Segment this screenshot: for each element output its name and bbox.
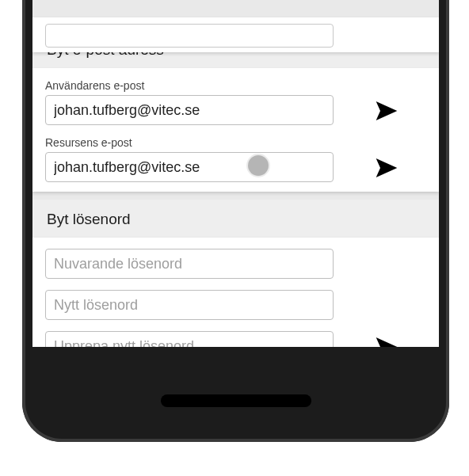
- resource-email-row: Resursens e-post: [45, 136, 426, 182]
- send-icon: [374, 334, 399, 347]
- repeat-password-input[interactable]: [45, 331, 334, 347]
- resource-email-input[interactable]: [45, 152, 334, 182]
- touch-indicator: [248, 155, 269, 176]
- phone-frame: Byt e-post adress Användarens e-post: [22, 0, 449, 442]
- spacer: [351, 318, 422, 320]
- phone-screen: Byt e-post adress Användarens e-post: [32, 0, 439, 347]
- user-email-label: Användarens e-post: [45, 79, 334, 92]
- previous-input[interactable]: [45, 24, 334, 48]
- resource-email-label: Resursens e-post: [45, 136, 334, 149]
- new-password-input[interactable]: [45, 290, 334, 320]
- submit-resource-email-button[interactable]: [351, 155, 422, 182]
- repeat-password-row: [45, 331, 426, 347]
- previous-card-edge: [32, 17, 439, 52]
- change-password-header: Byt lösenord: [32, 200, 439, 238]
- change-email-card: Användarens e-post Resursens e-post: [32, 68, 439, 192]
- send-icon: [374, 98, 399, 124]
- app-content: Byt e-post adress Användarens e-post: [32, 0, 439, 347]
- user-email-row: Användarens e-post: [45, 79, 426, 125]
- submit-user-email-button[interactable]: [351, 98, 422, 125]
- new-password-row: [45, 290, 426, 320]
- current-password-input[interactable]: [45, 249, 334, 279]
- user-email-input[interactable]: [45, 95, 334, 125]
- change-password-card: [32, 238, 439, 347]
- send-icon: [374, 155, 399, 181]
- current-password-row: [45, 249, 426, 279]
- submit-password-button[interactable]: [351, 334, 422, 347]
- phone-speaker: [161, 394, 311, 407]
- spacer: [351, 277, 422, 279]
